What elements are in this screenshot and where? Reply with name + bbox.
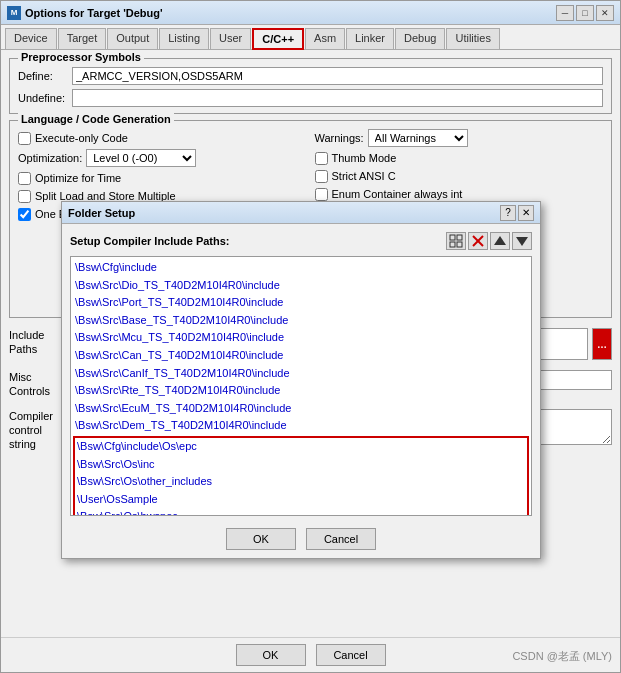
execute-only-row: Execute-only Code — [18, 129, 307, 147]
folder-setup-dialog: Folder Setup ? ✕ Setup Compiler Include … — [61, 201, 541, 559]
optimize-time-label: Optimize for Time — [35, 172, 121, 184]
one-elf-checkbox[interactable] — [18, 208, 31, 221]
title-controls: ─ □ ✕ — [556, 5, 614, 21]
thumb-mode-label: Thumb Mode — [332, 152, 397, 164]
window-title: Options for Target 'Debug' — [25, 7, 163, 19]
dialog-title-text: Folder Setup — [68, 207, 135, 219]
execute-only-checkbox[interactable] — [18, 132, 31, 145]
execute-only-label: Execute-only Code — [35, 132, 128, 144]
tab-cpp[interactable]: C/C++ — [252, 28, 304, 50]
dialog-toolbar-label: Setup Compiler Include Paths: — [70, 235, 230, 247]
undefine-row: Undefine: — [18, 89, 603, 107]
optimization-row: Optimization: Level 0 (-O0) — [18, 149, 307, 167]
optimize-time-row: Optimize for Time — [18, 169, 307, 187]
thumb-mode-checkbox[interactable] — [315, 152, 328, 165]
dialog-title-bar: Folder Setup ? ✕ — [62, 202, 540, 224]
tab-output[interactable]: Output — [107, 28, 158, 49]
compiler-control-label: Compiler control string — [9, 409, 61, 452]
minimize-button[interactable]: ─ — [556, 5, 574, 21]
down-icon — [515, 234, 529, 248]
enum-container-checkbox[interactable] — [315, 188, 328, 201]
preprocessor-group: Preprocessor Symbols Define: Undefine: — [9, 58, 612, 114]
dialog-help-button[interactable]: ? — [500, 205, 516, 221]
list-item[interactable]: \Bsw\Cfg\include\Os\epc — [75, 438, 527, 456]
list-item[interactable]: \Bsw\Src\Os\inc — [75, 456, 527, 474]
move-up-button[interactable] — [490, 232, 510, 250]
dialog-cancel-button[interactable]: Cancel — [306, 528, 376, 550]
svg-rect-0 — [450, 235, 455, 240]
delete-button[interactable] — [468, 232, 488, 250]
title-bar-text: M Options for Target 'Debug' — [7, 6, 163, 20]
dialog-close-button[interactable]: ✕ — [518, 205, 534, 221]
grid-icon — [449, 234, 463, 248]
strict-ansi-checkbox[interactable] — [315, 170, 328, 183]
up-icon — [493, 234, 507, 248]
list-item[interactable]: \Bsw\Src\Port_TS_T40D2M10I4R0\include — [73, 294, 529, 312]
include-browse-button[interactable]: … — [592, 328, 612, 360]
tab-target[interactable]: Target — [58, 28, 107, 49]
svg-rect-3 — [457, 242, 462, 247]
app-icon: M — [7, 6, 21, 20]
list-item[interactable]: \Bsw\Src\Dem_TS_T40D2M10I4R0\include — [73, 417, 529, 435]
optimization-select[interactable]: Level 0 (-O0) — [86, 149, 196, 167]
maximize-button[interactable]: □ — [576, 5, 594, 21]
red-border-group: \Bsw\Cfg\include\Os\epc \Bsw\Src\Os\inc … — [73, 436, 529, 516]
path-list[interactable]: \Bsw\Cfg\include \Bsw\Src\Dio_TS_T40D2M1… — [70, 256, 532, 516]
svg-rect-1 — [457, 235, 462, 240]
define-row: Define: — [18, 67, 603, 85]
dialog-content: Setup Compiler Include Paths: — [62, 224, 540, 524]
list-item[interactable]: \Bsw\Src\Can_TS_T40D2M10I4R0\include — [73, 347, 529, 365]
dialog-controls: ? ✕ — [500, 205, 534, 221]
cancel-button[interactable]: Cancel — [316, 644, 386, 666]
dialog-toolbar-buttons — [446, 232, 532, 250]
undefine-label: Undefine: — [18, 92, 68, 104]
list-item[interactable]: \Bsw\Src\Mcu_TS_T40D2M10I4R0\include — [73, 329, 529, 347]
list-item[interactable]: \Bsw\Src\Base_TS_T40D2M10I4R0\include — [73, 312, 529, 330]
tab-linker[interactable]: Linker — [346, 28, 394, 49]
list-item[interactable]: \User\OsSample — [75, 491, 527, 509]
list-item[interactable]: \Bsw\Src\CanIf_TS_T40D2M10I4R0\include — [73, 365, 529, 383]
optimize-time-checkbox[interactable] — [18, 172, 31, 185]
warnings-row: Warnings: All Warnings — [315, 129, 604, 147]
close-button[interactable]: ✕ — [596, 5, 614, 21]
list-item[interactable]: \Bsw\Src\Os\hwspec — [75, 508, 527, 516]
svg-marker-6 — [494, 236, 506, 245]
title-bar: M Options for Target 'Debug' ─ □ ✕ — [1, 1, 620, 25]
tab-user[interactable]: User — [210, 28, 251, 49]
tab-asm[interactable]: Asm — [305, 28, 345, 49]
warnings-select[interactable]: All Warnings — [368, 129, 468, 147]
strict-ansi-row: Strict ANSI C — [315, 167, 604, 185]
tab-bar: Device Target Output Listing User C/C++ … — [1, 25, 620, 50]
list-item[interactable]: \Bsw\Src\Rte_TS_T40D2M10I4R0\include — [73, 382, 529, 400]
enum-container-label: Enum Container always int — [332, 188, 463, 200]
undefine-input[interactable] — [72, 89, 603, 107]
misc-controls-label: Misc Controls — [9, 370, 61, 399]
thumb-mode-row: Thumb Mode — [315, 149, 604, 167]
define-input[interactable] — [72, 67, 603, 85]
strict-ansi-label: Strict ANSI C — [332, 170, 396, 182]
warnings-label: Warnings: — [315, 132, 364, 144]
dialog-ok-button[interactable]: OK — [226, 528, 296, 550]
main-window: M Options for Target 'Debug' ─ □ ✕ Devic… — [0, 0, 621, 673]
list-item[interactable]: \Bsw\Src\EcuM_TS_T40D2M10I4R0\include — [73, 400, 529, 418]
new-folder-button[interactable] — [446, 232, 466, 250]
svg-marker-7 — [516, 237, 528, 246]
list-item[interactable]: \Bsw\Src\Os\other_includes — [75, 473, 527, 491]
define-label: Define: — [18, 70, 68, 82]
watermark: CSDN @老孟 (MLY) — [512, 649, 612, 664]
include-paths-label: Include Paths — [9, 328, 61, 357]
tab-listing[interactable]: Listing — [159, 28, 209, 49]
delete-icon — [471, 234, 485, 248]
move-down-button[interactable] — [512, 232, 532, 250]
language-label: Language / Code Generation — [18, 113, 174, 125]
svg-rect-2 — [450, 242, 455, 247]
tab-utilities[interactable]: Utilities — [446, 28, 499, 49]
ok-button[interactable]: OK — [236, 644, 306, 666]
list-item[interactable]: \Bsw\Cfg\include — [73, 259, 529, 277]
tab-device[interactable]: Device — [5, 28, 57, 49]
list-item[interactable]: \Bsw\Src\Dio_TS_T40D2M10I4R0\include — [73, 277, 529, 295]
dialog-toolbar: Setup Compiler Include Paths: — [70, 232, 532, 250]
optimization-label: Optimization: — [18, 152, 82, 164]
split-load-checkbox[interactable] — [18, 190, 31, 203]
tab-debug[interactable]: Debug — [395, 28, 445, 49]
